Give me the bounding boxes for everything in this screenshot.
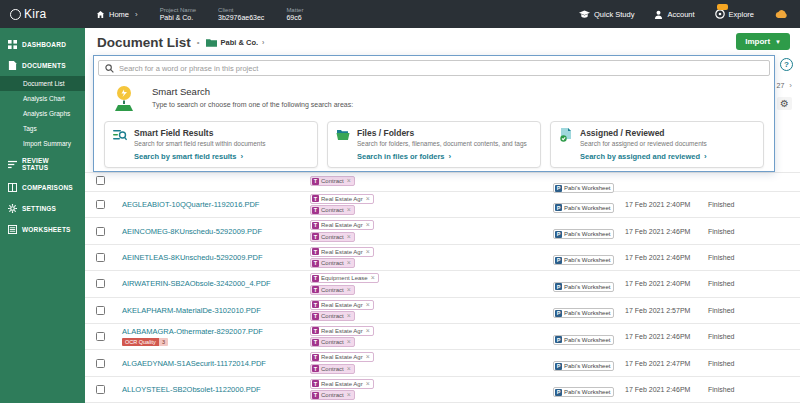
row-checkbox[interactable]: [96, 359, 105, 368]
row-checkbox[interactable]: [96, 200, 105, 209]
worksheet-badge[interactable]: P Pabi's Worksheet: [553, 229, 614, 239]
kira-logo[interactable]: Kira: [10, 7, 82, 21]
tag-contract[interactable]: TContract×: [310, 311, 355, 321]
document-link[interactable]: ALABAMAGRA-Othermater-8292007.PDF: [122, 327, 263, 336]
tag-real-estate-agr[interactable]: TReal Estate Agr×: [310, 247, 374, 257]
worksheet-badge[interactable]: P Pabi's Worksheet: [553, 255, 614, 265]
row-checkbox[interactable]: [96, 279, 105, 288]
table-row: ALLOYSTEEL-SB2Obsolet-1122000.PDF TReal …: [85, 377, 800, 403]
tag-remove-icon[interactable]: ×: [347, 234, 351, 240]
tag-remove-icon[interactable]: ×: [347, 313, 351, 319]
client-label: Client: [218, 7, 264, 13]
sidebar-item-worksheets[interactable]: WORKSHEETS: [0, 219, 85, 240]
tag-contract[interactable]: TContract×: [310, 205, 355, 215]
tag-real-estate-agr[interactable]: TReal Estate Agr×: [310, 352, 374, 362]
quick-study-button[interactable]: Quick Study: [579, 10, 634, 19]
worksheet-badge[interactable]: P Pabi's Worksheet: [553, 282, 614, 292]
sidebar-item-analysis-graphs[interactable]: Analysis Graphs: [0, 106, 85, 121]
tag-contract[interactable]: TContract×: [310, 390, 355, 400]
explore-button[interactable]: Explore: [715, 9, 754, 19]
tag-remove-icon[interactable]: ×: [347, 207, 351, 213]
tag-real-estate-agr[interactable]: TReal Estate Agr×: [310, 300, 374, 310]
sidebar-item-documents[interactable]: DOCUMENTS: [0, 55, 85, 76]
tag-remove-icon[interactable]: ×: [366, 354, 370, 360]
card-link-assigned-reviewed[interactable]: Search by assigned and reviewed ›: [580, 152, 755, 161]
document-link[interactable]: AIRWATERIN-SB2AObsole-3242000_4.PDF: [122, 279, 271, 288]
tag-remove-icon[interactable]: ×: [366, 222, 370, 228]
worksheet-badge[interactable]: P Pabi's Worksheet: [553, 387, 614, 397]
tag-remove-icon[interactable]: ×: [371, 275, 375, 281]
tag-contract[interactable]: TContract×: [310, 232, 355, 242]
pagination-next-icon[interactable]: ›: [789, 81, 792, 90]
tag-remove-icon[interactable]: ×: [347, 366, 351, 372]
cloud-status-icon[interactable]: [774, 9, 788, 19]
row-status: Finished: [708, 228, 800, 235]
card-link-smart-field[interactable]: Search by smart field results ›: [134, 152, 309, 161]
sidebar-item-document-list[interactable]: Document List: [0, 76, 85, 91]
explore-icon: [715, 9, 725, 19]
row-checkbox[interactable]: [96, 306, 105, 315]
sidebar-item-import-summary[interactable]: Import Summary: [0, 136, 85, 151]
import-button[interactable]: Import ▼: [736, 33, 790, 50]
row-checkbox[interactable]: [96, 385, 105, 394]
account-button[interactable]: Account: [654, 10, 694, 19]
row-checkbox[interactable]: [96, 227, 105, 236]
tag-remove-icon[interactable]: ×: [347, 287, 351, 293]
sidebar-item-review-status[interactable]: REVIEW STATUS: [0, 151, 85, 177]
sidebar-item-tags[interactable]: Tags: [0, 121, 85, 136]
tag-equipment-lease[interactable]: TEquipment Lease×: [310, 273, 379, 283]
tag-list: TReal Estate Agr×TContract×: [310, 326, 553, 348]
sidebar-item-comparisons[interactable]: COMPARISONS: [0, 177, 85, 198]
tag-remove-icon[interactable]: ×: [347, 260, 351, 266]
tag-contract[interactable]: TContract×: [310, 364, 355, 374]
settings-gear-icon: [8, 204, 17, 213]
home-link[interactable]: Home ›: [96, 10, 138, 19]
tag-remove-icon[interactable]: ×: [366, 196, 370, 202]
tag-contract[interactable]: TContract×: [310, 258, 355, 268]
sidebar-item-analysis-chart[interactable]: Analysis Chart: [0, 91, 85, 106]
tag-remove-icon[interactable]: ×: [366, 328, 370, 334]
card-link-label: Search by smart field results: [134, 152, 237, 161]
tag-contract[interactable]: TContract×: [310, 285, 355, 295]
card-link-files-folders[interactable]: Search in files or folders ›: [357, 152, 532, 161]
breadcrumb[interactable]: Pabi & Co. ›: [206, 38, 265, 47]
row-checkbox[interactable]: [96, 332, 105, 341]
sidebar-item-dashboard[interactable]: DASHBOARD: [0, 34, 85, 55]
matter-info: Matter 69c6: [286, 7, 303, 21]
tag-real-estate-agr[interactable]: TReal Estate Agr×: [310, 194, 374, 204]
sidebar-item-settings[interactable]: SETTINGS: [0, 198, 85, 219]
tag-contract[interactable]: TContract×: [310, 176, 355, 186]
tag-real-estate-agr[interactable]: TReal Estate Agr×: [310, 326, 374, 336]
row-checkbox[interactable]: [96, 176, 105, 185]
card-assigned-reviewed[interactable]: Assigned / Reviewed Search for assigned …: [550, 121, 764, 168]
help-button[interactable]: ?: [780, 58, 793, 71]
tag-remove-icon[interactable]: ×: [347, 178, 351, 184]
tag-remove-icon[interactable]: ×: [366, 381, 370, 387]
search-bar[interactable]: [98, 60, 770, 76]
tag-remove-icon[interactable]: ×: [366, 302, 370, 308]
worksheet-badge[interactable]: P Pabi's Worksheet: [553, 308, 614, 318]
tag-remove-icon[interactable]: ×: [347, 339, 351, 345]
card-files-folders[interactable]: Files / Folders Search for folders, file…: [327, 121, 541, 168]
card-title: Smart Field Results: [134, 128, 309, 138]
table-settings-gear-icon[interactable]: ⚙: [777, 97, 792, 110]
row-checkbox[interactable]: [96, 253, 105, 262]
tag-list: TEquipment Lease×TContract×: [310, 273, 553, 295]
worksheet-badge[interactable]: P Pabi's Worksheet: [553, 335, 614, 345]
worksheet-badge[interactable]: P Pabi's Worksheet: [553, 361, 614, 371]
tag-remove-icon[interactable]: ×: [347, 392, 351, 398]
document-link[interactable]: AEINETLEAS-8KUnschedu-5292009.PDF: [122, 253, 263, 262]
document-link[interactable]: ALLOYSTEEL-SB2Obsolet-1122000.PDF: [122, 385, 261, 394]
document-link[interactable]: AEGLEABIOT-10QQuarter-1192016.PDF: [122, 200, 259, 209]
document-link[interactable]: ALGAEDYNAM-S1ASecurit-11172014.PDF: [122, 359, 266, 368]
worksheet-badge[interactable]: P Pabi's Worksheet: [553, 203, 614, 213]
tag-real-estate-agr[interactable]: TReal Estate Agr×: [310, 379, 374, 389]
tag-remove-icon[interactable]: ×: [366, 249, 370, 255]
card-smart-field-results[interactable]: Smart Field Results Search for smart fie…: [104, 121, 318, 168]
document-link[interactable]: AEINCOMEG-8KUnschedu-5292009.PDF: [122, 227, 262, 236]
tag-real-estate-agr[interactable]: TReal Estate Agr×: [310, 220, 374, 230]
worksheet-badge[interactable]: P Pabi's Worksheet: [553, 183, 614, 193]
search-input[interactable]: [119, 64, 763, 73]
document-link[interactable]: AKELAPHARM-MaterialDe-3102010.PDF: [122, 306, 261, 315]
tag-contract[interactable]: TContract×: [310, 337, 355, 347]
